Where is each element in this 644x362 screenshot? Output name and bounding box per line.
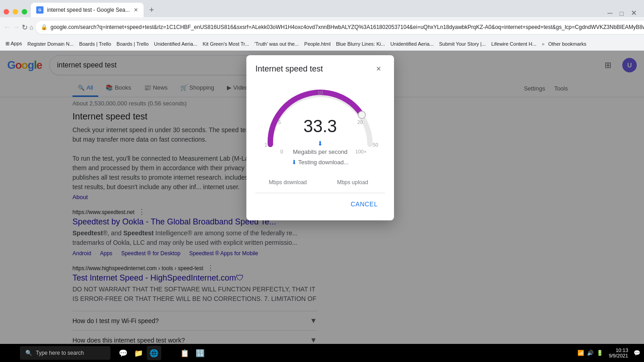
address-bar[interactable]: 🔒 google.com/search?q=internet+speed+tes… [35, 20, 644, 34]
taskbar-app-extra[interactable]: 🔢 [193, 346, 207, 360]
stat-upload-label: Mbps upload [320, 179, 385, 186]
window-controls [4, 9, 27, 17]
taskbar-sound-icon[interactable]: 🔊 [587, 350, 594, 356]
taskbar-clock[interactable]: 10:13 9/9/2021 [605, 348, 632, 358]
bookmark-7[interactable]: People.html [303, 40, 332, 48]
svg-text:20: 20 [357, 119, 363, 125]
back-button[interactable]: ← [4, 21, 11, 33]
dialog-header: Internet speed test × [246, 55, 394, 79]
window-minimize-icon[interactable]: ─ [604, 9, 616, 17]
tab-bar: G internet speed test - Google Sea... ✕ … [0, 0, 644, 17]
svg-text:1: 1 [264, 142, 267, 148]
stat-upload: Mbps upload [320, 171, 385, 186]
browser-chrome: G internet speed test - Google Sea... ✕ … [0, 0, 644, 362]
svg-text:5: 5 [278, 119, 281, 125]
windows-start-button[interactable]: ⊞ [4, 346, 18, 360]
page-content: Google internet speed test ✕ 🎤 🔍 ⊞ U 🔍 A… [0, 51, 644, 344]
svg-text:10: 10 [317, 90, 323, 95]
tab-close-icon[interactable]: ✕ [134, 7, 138, 13]
lock-icon: 🔒 [41, 24, 48, 30]
close-window-btn[interactable] [4, 9, 9, 14]
taskbar-battery-icon[interactable]: 🔋 [596, 350, 603, 356]
dialog-close-button[interactable]: × [372, 62, 385, 75]
taskbar-notification-icon[interactable]: 💬 [634, 350, 640, 356]
taskbar-app-chat[interactable]: 💬 [116, 346, 130, 360]
stat-download: Mbps download [255, 171, 320, 186]
speedometer-svg: 10 5 20 1 50 0 100+ 33.3 ⬇ [257, 79, 384, 156]
dialog-actions: CANCEL [255, 193, 385, 211]
bookmark-6[interactable]: 'Truth' was out the... [253, 40, 301, 48]
svg-text:⬇: ⬇ [317, 140, 323, 147]
taskbar-date: 9/9/2021 [609, 353, 628, 358]
taskbar-app-mail[interactable]: ✉ [162, 346, 177, 360]
forward-button[interactable]: → [13, 21, 20, 33]
taskbar-network-icon[interactable]: 📶 [577, 350, 584, 356]
window-close-icon[interactable]: ✕ [627, 9, 640, 17]
taskbar: ⊞ 🔍 Type here to search 💬 📁 🌐 ✉ 📋 🔢 📶 🔊 … [0, 344, 644, 362]
svg-text:50: 50 [373, 142, 378, 148]
address-bar-row: ← → ↻ ⌂ 🔒 google.com/search?q=internet+s… [0, 17, 644, 37]
taskbar-app-file[interactable]: 📁 [131, 346, 146, 360]
maximize-window-btn[interactable] [22, 9, 27, 14]
stat-download-label: Mbps download [255, 179, 320, 186]
taskbar-search-box[interactable]: 🔍 Type here to search [20, 346, 111, 360]
bookmark-10[interactable]: Submit Your Story |... [437, 40, 488, 48]
new-tab-button[interactable]: + [145, 5, 158, 17]
stat-download-value [255, 171, 320, 179]
address-text: google.com/search?q=internet+speed+test&… [50, 24, 644, 30]
svg-text:100+: 100+ [356, 149, 367, 154]
bookmark-9[interactable]: Unidentified Aeria... [389, 40, 435, 48]
bookmark-11[interactable]: Lifewire Content H... [490, 40, 538, 48]
svg-point-7 [358, 111, 365, 119]
bookmark-1[interactable]: Register Domain N... [26, 40, 76, 48]
home-button[interactable]: ⌂ [29, 21, 33, 33]
speedometer-container: 10 5 20 1 50 0 100+ 33.3 ⬇ Mega [255, 79, 385, 166]
taskbar-apps-area: 💬 📁 🌐 ✉ 📋 🔢 [116, 346, 207, 360]
status-text: Testing download... [298, 159, 349, 166]
bookmark-4[interactable]: Unidentified Aeria... [152, 40, 199, 48]
taskbar-search-text: Type here to search [36, 350, 84, 356]
window-restore-icon[interactable]: □ [616, 10, 627, 17]
more-bookmarks-icon[interactable]: » [542, 41, 544, 47]
tab-title: internet speed test - Google Sea... [47, 7, 130, 13]
testing-status: ⬇ Testing download... [292, 159, 349, 166]
bookmark-3[interactable]: Boards | Trello [115, 40, 150, 48]
other-bookmarks[interactable]: Other bookmarks [546, 40, 588, 48]
reload-button[interactable]: ↻ [22, 21, 28, 33]
speed-test-dialog: Internet speed test × 10 5 20 [246, 55, 394, 220]
speed-unit: Megabits per second [293, 148, 348, 155]
svg-text:33.3: 33.3 [303, 117, 337, 136]
stat-upload-value [320, 171, 385, 179]
taskbar-time: 10:13 [609, 348, 628, 353]
bookmark-2[interactable]: Boards | Trello [77, 40, 113, 48]
stats-row: Mbps download Mbps upload [255, 171, 385, 186]
taskbar-app-chrome[interactable]: 🌐 [147, 346, 161, 360]
cancel-button[interactable]: CANCEL [343, 197, 385, 211]
bookmark-8[interactable]: Blue Blurry Lines: Ki... [334, 40, 387, 48]
svg-text:0: 0 [280, 149, 283, 154]
taskbar-sys-icons: 📶 🔊 🔋 [577, 350, 603, 356]
dialog-title: Internet speed test [255, 64, 323, 74]
status-download-icon: ⬇ [292, 159, 297, 166]
taskbar-app-store[interactable]: 📋 [178, 346, 192, 360]
tab-favicon: G [36, 6, 43, 14]
minimize-window-btn[interactable] [13, 9, 18, 14]
bookmark-5[interactable]: Kit Green's Most Tr... [201, 40, 250, 48]
dialog-body: 10 5 20 1 50 0 100+ 33.3 ⬇ Mega [246, 79, 394, 220]
bookmarks-bar: ⊞ Apps Register Domain N... Boards | Tre… [0, 37, 644, 51]
bookmark-apps[interactable]: ⊞ Apps [4, 40, 24, 48]
active-tab[interactable]: G internet speed test - Google Sea... ✕ [31, 3, 144, 17]
taskbar-search-icon: 🔍 [25, 350, 32, 356]
